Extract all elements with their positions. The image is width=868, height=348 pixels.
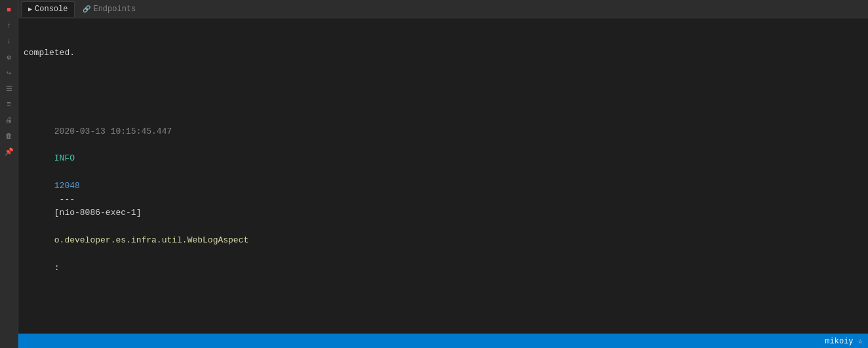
filter-button[interactable]: ≡	[2, 97, 16, 111]
tab-endpoints-label: Endpoints	[93, 5, 136, 14]
tab-console-label: Console	[35, 5, 68, 14]
scroll-up-button[interactable]: ↑	[2, 18, 16, 33]
log-colon: :	[54, 263, 60, 273]
completed-line: completed.	[24, 47, 863, 60]
wrap-button[interactable]: ↪	[2, 66, 16, 80]
tab-console[interactable]: ▶ Console	[21, 1, 75, 17]
endpoints-icon: 🔗	[83, 5, 90, 13]
settings-button[interactable]: ⚙	[2, 50, 16, 64]
log-class: o.developer.es.infra.util.WebLogAspect	[54, 235, 248, 245]
clear-button[interactable]: 🗑	[2, 128, 16, 143]
log-header-line: 2020-03-13 10:15:45.447 INFO 12048 --- […	[24, 111, 863, 288]
log-level: INFO	[54, 153, 75, 163]
log-thread: 12048	[54, 181, 80, 191]
status-text: mikoiy ☆	[825, 336, 863, 346]
stop-button[interactable]: ■	[2, 3, 16, 17]
main-panel: ▶ Console 🔗 Endpoints completed. 2020-03…	[18, 0, 868, 348]
tab-endpoints[interactable]: 🔗 Endpoints	[76, 1, 142, 17]
menu-button[interactable]: ☰	[2, 81, 16, 96]
status-bar: mikoiy ☆	[18, 334, 868, 348]
scroll-down-button[interactable]: ↓	[2, 34, 16, 48]
console-icon: ▶	[28, 5, 32, 13]
pin-button[interactable]: 📌	[2, 144, 16, 159]
tab-bar: ▶ Console 🔗 Endpoints	[18, 0, 868, 18]
log-executor: [nio-8086-exec-1]	[54, 208, 142, 218]
console-output[interactable]: completed. 2020-03-13 10:15:45.447 INFO …	[18, 18, 868, 334]
log-timestamp: 2020-03-13 10:15:45.447	[54, 126, 172, 136]
print-button[interactable]: 🖨	[2, 113, 16, 127]
left-sidebar: ■ ↑ ↓ ⚙ ↪ ☰ ≡ 🖨 🗑 📌	[0, 0, 18, 348]
